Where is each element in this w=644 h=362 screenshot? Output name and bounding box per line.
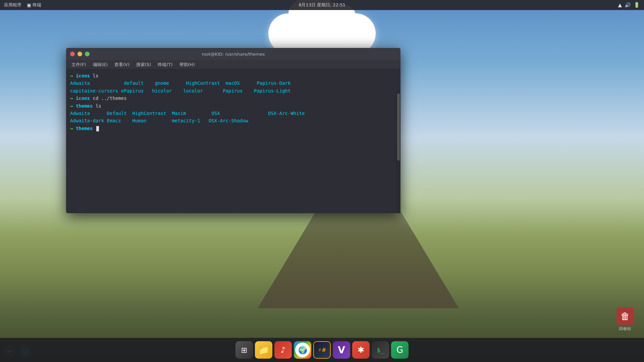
terminal-menu[interactable]: ▣ 终端 — [27, 2, 41, 8]
prompt-arrow-4: → — [70, 126, 73, 131]
topbar: 应用程序 ▣ 终端 8月13日 星期日, 22:51 ▲ 🔊 🔋 — [0, 0, 644, 10]
prompt-arrow-1: → — [70, 73, 73, 78]
topbar-datetime: 8月13日 星期日, 22:51 — [299, 2, 345, 8]
terminal-icon: ▣ — [27, 2, 31, 8]
maximize-button[interactable] — [85, 52, 90, 56]
dir-listing-1: Adwaita default gnome HighContrast macOS… — [70, 80, 290, 86]
terminal-line-2: Adwaita default gnome HighContrast macOS… — [70, 79, 396, 87]
dock-frogger[interactable]: ⚡# — [313, 341, 331, 359]
prompt-cmd-3: ls — [96, 103, 101, 109]
dock-app-grid[interactable]: ⊞ — [235, 341, 253, 359]
cloud-decoration — [268, 13, 376, 54]
minimize-button[interactable] — [77, 52, 82, 56]
terminal-line-7: Adwaita-dark Emacs Human metacity-1 OSX-… — [70, 117, 396, 124]
terminal-line-5: → themes ls — [70, 102, 396, 110]
menu-help[interactable]: 帮助(H) — [177, 61, 198, 69]
recycle-bin[interactable]: 🗑 回收站 — [616, 307, 634, 332]
terminal-line-6: Adwaita Default HighContrast Maxim OSX O… — [70, 110, 396, 117]
wifi-icon: ▲ — [618, 2, 622, 8]
prompt-dir-1: icons — [76, 73, 90, 78]
dock-chrome[interactable]: 🌍 — [294, 341, 311, 359]
prompt-dir-2: icons — [76, 96, 90, 101]
dock-file-manager[interactable]: 📁 — [255, 341, 272, 359]
topbar-right: ▲ 🔊 🔋 — [618, 2, 640, 8]
close-button[interactable] — [70, 52, 75, 56]
battery-icon: 🔋 — [634, 2, 640, 8]
dock-gpaste[interactable]: G — [391, 341, 409, 359]
dock-visual-studio[interactable]: V — [333, 341, 350, 359]
terminal-cursor — [96, 126, 99, 131]
recycle-bin-label: 回收站 — [619, 326, 631, 332]
terminal-line-4: → icons cd ../themes — [70, 95, 396, 102]
volume-icon: 🔊 — [625, 2, 631, 8]
terminal-line-8: → themes — [70, 125, 396, 132]
dir-listing-4: Adwaita-dark Emacs Human metacity-1 OSX-… — [70, 118, 248, 123]
apps-menu[interactable]: 应用程序 — [4, 2, 21, 8]
scrollbar[interactable] — [396, 91, 400, 213]
menu-search[interactable]: 搜索(S) — [133, 61, 154, 69]
dir-listing-2: capitaine-cursors ePapirus hicolor locol… — [70, 88, 290, 94]
dock-terminal[interactable]: $_ — [372, 341, 389, 359]
terminal-titlebar: root@KID: /usr/share/themes — [66, 48, 400, 60]
terminal-menubar: 文件(F) 编辑(E) 查看(V) 搜索(S) 终端(T) 帮助(H) — [66, 60, 400, 69]
menu-terminal[interactable]: 终端(T) — [155, 61, 175, 69]
prompt-cmd-1: ls — [93, 73, 98, 78]
terminal-line-1: → icons ls — [70, 72, 396, 79]
terminal-window: root@KID: /usr/share/themes 文件(F) 编辑(E) … — [66, 48, 400, 213]
taskbar: ⊞ 📁 ♪ 🌍 ⚡# V ✱ $_ G — [0, 338, 644, 362]
dir-listing-3: Adwaita Default HighContrast Maxim OSX O… — [70, 111, 305, 116]
dock-netease-music[interactable]: ♪ — [274, 341, 292, 359]
menu-file[interactable]: 文件(F) — [69, 61, 89, 69]
terminal-body[interactable]: → icons ls Adwaita default gnome HighCon… — [66, 69, 400, 213]
recycle-bin-icon: 🗑 — [616, 307, 634, 325]
prompt-dir-3: themes — [76, 103, 93, 109]
topbar-left: 应用程序 ▣ 终端 — [4, 2, 41, 8]
terminal-title: root@KID: /usr/share/themes — [202, 52, 265, 57]
menu-edit[interactable]: 编辑(E) — [90, 61, 110, 69]
terminal-line-3: capitaine-cursors ePapirus hicolor locol… — [70, 87, 396, 95]
scrollbar-thumb[interactable] — [397, 94, 400, 161]
prompt-arrow-2: → — [70, 96, 73, 101]
prompt-dir-4: themes — [76, 126, 93, 131]
prompt-cmd-2: cd ../themes — [93, 96, 126, 101]
dock-xmind[interactable]: ✱ — [352, 341, 370, 359]
prompt-arrow-3: → — [70, 103, 73, 109]
menu-view[interactable]: 查看(V) — [112, 61, 132, 69]
